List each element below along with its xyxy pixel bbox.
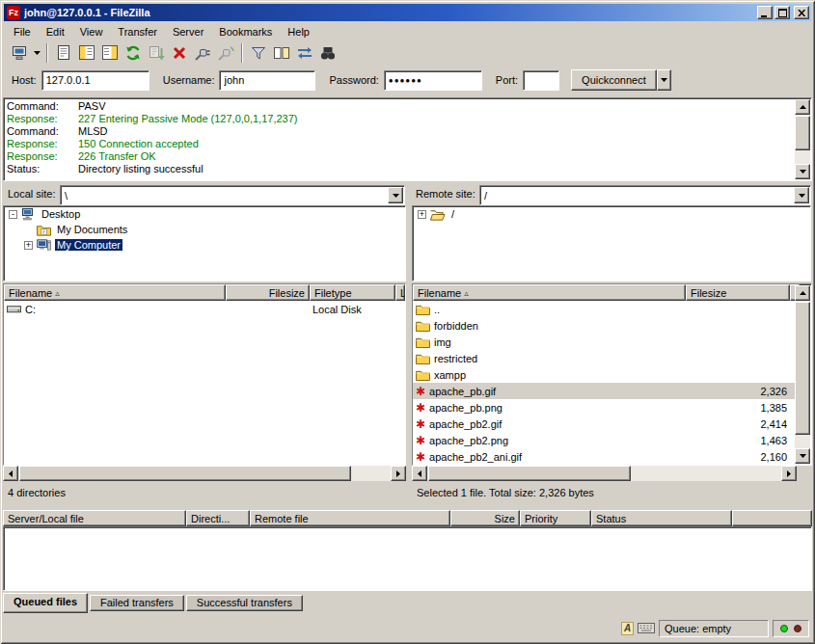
username-input[interactable]: [219, 70, 315, 91]
process-queue-icon[interactable]: [145, 42, 168, 64]
toggle-local-tree-icon[interactable]: [75, 42, 98, 64]
quickconnect-button[interactable]: Quickconnect: [571, 69, 657, 91]
port-input[interactable]: [523, 70, 559, 91]
sort-ascending-icon: ▵: [464, 288, 469, 298]
column-size[interactable]: Size: [450, 510, 520, 526]
tree-item-label[interactable]: /: [449, 208, 456, 220]
column-filename[interactable]: Filename▵: [4, 284, 226, 301]
column-lastmodified[interactable]: L: [395, 284, 405, 301]
tab-successful-transfers[interactable]: Successful transfers: [186, 595, 303, 611]
expand-icon[interactable]: +: [24, 241, 33, 250]
minimize-button[interactable]: [757, 6, 773, 19]
scroll-up-icon[interactable]: [795, 99, 810, 115]
queue-body[interactable]: [3, 526, 812, 591]
disconnect-icon[interactable]: [191, 42, 214, 64]
remote-list-hscrollbar[interactable]: [412, 466, 797, 481]
local-list-hscrollbar[interactable]: [3, 466, 406, 481]
local-site-combo[interactable]: \: [60, 185, 405, 205]
file-row[interactable]: ✱apache_pb.png 1,385: [413, 399, 796, 416]
combo-dropdown-icon[interactable]: [388, 187, 403, 203]
menu-transfer[interactable]: Transfer: [110, 24, 165, 40]
column-remote-file[interactable]: Remote file: [250, 510, 450, 526]
remote-file-list: Filename▵ Filesize .. forbidden img rest…: [412, 283, 812, 466]
keyboard-icon[interactable]: [638, 623, 655, 633]
column-priority[interactable]: Priority: [520, 510, 591, 526]
scroll-left-icon[interactable]: [412, 466, 427, 481]
toggle-remote-tree-icon[interactable]: [98, 42, 122, 64]
file-row[interactable]: ✱apache_pb2.gif 2,414: [413, 416, 796, 432]
file-row[interactable]: ✱apache_pb2_ani.gif 2,160: [413, 448, 796, 465]
titlebar[interactable]: Fz john@127.0.0.1 - FileZilla: [4, 4, 811, 21]
tree-item-my-documents[interactable]: My Documents: [19, 222, 405, 237]
transfer-type-icon[interactable]: A: [621, 622, 634, 635]
scroll-down-icon[interactable]: [795, 448, 810, 464]
menu-file[interactable]: File: [6, 24, 39, 40]
file-row[interactable]: xampp: [413, 366, 796, 383]
tab-failed-transfers[interactable]: Failed transfers: [90, 595, 184, 611]
local-list-body: C: Local Disk: [4, 301, 405, 465]
refresh-icon[interactable]: [122, 42, 145, 64]
desktop-icon: [21, 207, 36, 221]
file-row-c-drive[interactable]: C: Local Disk: [4, 301, 405, 317]
host-input[interactable]: [41, 70, 149, 91]
reconnect-icon[interactable]: [214, 42, 237, 64]
toggle-message-log-icon[interactable]: [52, 42, 75, 64]
tree-item-my-computer[interactable]: + My Computer: [19, 237, 405, 253]
scrollbar-thumb[interactable]: [795, 116, 810, 150]
file-row[interactable]: ..: [413, 301, 796, 317]
tree-item-label[interactable]: Desktop: [40, 208, 82, 220]
column-filename[interactable]: Filename▵: [413, 284, 686, 301]
tree-item-label[interactable]: My Computer: [55, 239, 122, 251]
menu-edit[interactable]: Edit: [39, 24, 72, 40]
scroll-down-icon[interactable]: [795, 164, 810, 179]
file-row-selected[interactable]: ✱apache_pb.gif 2,326: [413, 383, 796, 399]
directory-comparison-icon[interactable]: [270, 42, 293, 64]
scroll-up-icon[interactable]: [795, 285, 810, 301]
scrollbar-thumb[interactable]: [795, 302, 810, 435]
collapse-icon[interactable]: -: [9, 210, 17, 219]
scroll-right-icon[interactable]: [781, 466, 797, 481]
password-input[interactable]: [384, 70, 482, 91]
site-manager-icon[interactable]: [9, 42, 32, 64]
tree-item-label[interactable]: My Documents: [55, 224, 129, 235]
column-filesize[interactable]: Filesize: [226, 284, 310, 301]
maximize-button[interactable]: [774, 6, 790, 19]
column-server-local-file[interactable]: Server/Local file: [3, 510, 186, 526]
menu-bookmarks[interactable]: Bookmarks: [211, 24, 280, 40]
tree-item-desktop[interactable]: - Desktop: [4, 206, 405, 222]
column-direction[interactable]: Directi...: [186, 510, 250, 526]
scroll-right-icon[interactable]: [391, 466, 406, 481]
local-list-header: Filename▵ Filesize Filetype L: [4, 284, 405, 301]
scroll-left-icon[interactable]: [3, 466, 18, 481]
expand-icon[interactable]: +: [418, 210, 426, 219]
combo-dropdown-icon[interactable]: [794, 187, 809, 203]
remote-list-scrollbar[interactable]: [795, 285, 810, 464]
tree-item-root[interactable]: + /: [413, 206, 810, 222]
scrollbar-thumb[interactable]: [19, 466, 351, 481]
file-row[interactable]: restricted: [413, 350, 796, 366]
filter-icon[interactable]: [247, 42, 270, 64]
menu-server[interactable]: Server: [165, 24, 211, 40]
log-row: Command:MLSD: [7, 125, 792, 138]
column-filesize[interactable]: Filesize: [686, 284, 790, 301]
toolbar-separator: [241, 43, 243, 63]
find-files-icon[interactable]: [316, 42, 340, 64]
column-filetype[interactable]: Filetype: [310, 284, 395, 301]
filezilla-logo-icon: Fz: [7, 6, 20, 19]
remote-site-combo[interactable]: /: [479, 185, 811, 205]
column-status[interactable]: Status: [591, 510, 732, 526]
cancel-icon[interactable]: [168, 42, 191, 64]
tab-queued-files[interactable]: Queued files: [3, 593, 88, 613]
scrollbar-thumb[interactable]: [428, 466, 631, 481]
toolbar-separator: [46, 43, 48, 63]
menu-help[interactable]: Help: [280, 24, 317, 40]
synchronized-browsing-icon[interactable]: [293, 42, 316, 64]
log-scrollbar[interactable]: [795, 99, 810, 179]
menu-view[interactable]: View: [72, 24, 111, 40]
file-row[interactable]: img: [413, 334, 796, 350]
file-row[interactable]: ✱apache_pb2.png 1,463: [413, 432, 796, 448]
file-row[interactable]: forbidden: [413, 317, 796, 334]
close-button[interactable]: [794, 6, 809, 19]
site-manager-dropdown-icon[interactable]: [32, 42, 42, 64]
quickconnect-dropdown-icon[interactable]: [657, 69, 671, 91]
